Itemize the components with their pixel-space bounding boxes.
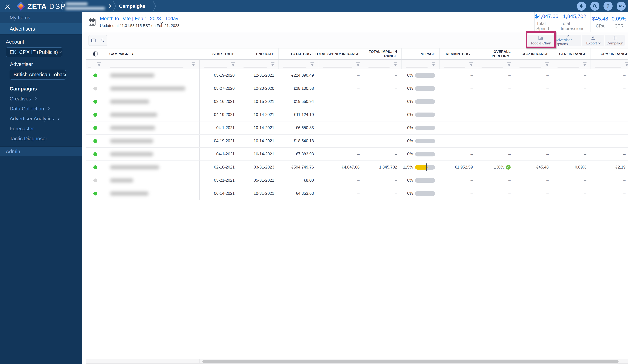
toggle-chart-button[interactable]: Toggle Chart — [528, 35, 554, 46]
horizontal-scrollbar-thumb[interactable] — [202, 360, 619, 363]
campaign-cell[interactable] — [105, 148, 200, 161]
remaining-budget-cell: – — [439, 69, 477, 82]
campaign-cell[interactable] — [105, 174, 200, 187]
campaign-cell[interactable] — [105, 187, 200, 200]
campaign-name-redacted — [110, 86, 185, 91]
zeta-logo-icon[interactable] — [16, 2, 25, 11]
filter-cell[interactable] — [239, 60, 278, 69]
date-range-link[interactable]: Month to Date | Feb 1, 2023 - Today — [100, 16, 178, 21]
export-button[interactable]: Export — [582, 35, 604, 46]
table-row[interactable]: 04-19-2021 10-14-2021 €18,540.18 – – 0% … — [86, 135, 628, 148]
column-header-pace[interactable]: % PACE — [401, 49, 439, 59]
end-date-cell: 10-14-2021 — [239, 108, 278, 121]
column-header-cpa[interactable]: CPA: IN RANGE — [515, 49, 553, 59]
campaign-cell[interactable] — [105, 69, 200, 82]
chevron-right-icon — [57, 117, 60, 120]
main-content: Month to Date | Feb 1, 2023 - Today Upda… — [82, 12, 628, 364]
campaign-cell[interactable] — [105, 95, 200, 108]
stat-total-spend: $4,047.66 Total Spend — [534, 12, 559, 32]
table-row[interactable]: 06-14-2021 10-31-2021 €4,353.63 – – 0% –… — [86, 187, 628, 200]
campaign-cell[interactable] — [105, 82, 200, 95]
sidebar-item-data-collection[interactable]: Data Collection — [0, 104, 82, 114]
column-header-status[interactable] — [86, 49, 105, 59]
table-row[interactable]: 04-1-2021 10-14-2021 €7,883.93 – – 0% – … — [86, 148, 628, 161]
column-header-total-imps[interactable]: TOTAL IMPS.: IN RANGE — [364, 49, 401, 59]
cpa-cell: – — [515, 187, 553, 200]
filter-cell[interactable] — [318, 60, 364, 69]
calendar-icon[interactable] — [88, 18, 96, 26]
filter-cell[interactable] — [364, 60, 401, 69]
end-date-cell: 10-31-2021 — [239, 187, 278, 200]
sidebar-item-creatives[interactable]: Creatives — [0, 94, 82, 104]
search-icon[interactable] — [590, 1, 599, 11]
campaign-cell[interactable] — [105, 161, 200, 174]
filter-cell[interactable] — [439, 60, 477, 69]
table-row[interactable]: 02-16-2021 10-15-2021 €19,550.94 – – 0% … — [86, 95, 628, 108]
brand-zeta: ZETA — [27, 2, 47, 10]
notifications-bell-icon[interactable] — [577, 1, 586, 11]
status-column-icon — [93, 51, 98, 57]
campaign-cell[interactable] — [105, 121, 200, 134]
column-header-ctr[interactable]: CTR: IN RANGE — [553, 49, 591, 59]
table-row[interactable]: 05-27-2020 12-20-2020 €28,100.58 – – 0% … — [86, 82, 628, 95]
campaign-cell[interactable] — [105, 135, 200, 147]
start-date-cell: 02-16-2021 — [200, 161, 239, 174]
sidebar-item-campaigns[interactable]: Campaigns — [0, 84, 82, 94]
chevron-right-icon[interactable] — [107, 4, 111, 8]
cpa-cell: – — [515, 95, 553, 108]
column-header-end-date[interactable]: END DATE — [239, 49, 278, 59]
add-campaign-button[interactable]: Campaign — [605, 35, 625, 46]
ctr-cell: 0.09% — [553, 161, 591, 174]
stat-cpa: $45.48 CPA — [590, 12, 610, 32]
close-icon[interactable] — [4, 3, 10, 9]
filter-cell[interactable] — [553, 60, 591, 69]
filter-cell[interactable] — [278, 60, 318, 69]
campaign-name-redacted — [110, 113, 157, 117]
ctr-cell: – — [553, 148, 591, 161]
sidebar-item-advertiser-analytics[interactable]: Advertiser Analytics — [0, 114, 82, 124]
table-row[interactable]: 04-1-2021 10-14-2021 €6,650.83 – – 0% – … — [86, 121, 628, 135]
help-icon[interactable]: ? — [604, 1, 613, 11]
column-header-remaining-budget[interactable]: REMAIN. BDGT. — [439, 49, 477, 59]
table-row[interactable]: 04-19-2021 10-14-2021 €11,124.10 – – 0% … — [86, 108, 628, 121]
column-header-campaign[interactable]: CAMPAIGN▲ — [105, 49, 200, 59]
cpa-cell: – — [515, 148, 553, 161]
sidebar-item-my-items[interactable]: My Items — [0, 12, 82, 23]
filter-icon — [469, 62, 473, 66]
avatar[interactable]: AS — [617, 1, 626, 11]
table-row[interactable]: 05-19-2020 12-31-2021 €224,390.49 – – 0%… — [86, 69, 628, 82]
column-header-cpm[interactable]: CPM: IN RANGE — [591, 49, 628, 59]
filter-cell[interactable] — [477, 60, 515, 69]
sidebar-item-forecaster[interactable]: Forecaster — [0, 124, 82, 134]
table-row[interactable]: 02-16-2021 03-31-2023 €594,749.76 €4,047… — [86, 161, 628, 174]
filter-cell[interactable] — [86, 60, 105, 69]
filter-cell[interactable] — [200, 60, 239, 69]
sidebar-item-admin[interactable]: Admin — [0, 146, 82, 156]
cpm-cell: – — [591, 148, 628, 161]
filter-cell[interactable] — [515, 60, 553, 69]
column-header-start-date[interactable]: START DATE — [200, 49, 239, 59]
status-dot — [93, 139, 97, 143]
column-header-total-budget[interactable]: TOTAL BDGT. — [278, 49, 318, 59]
campaign-name-redacted — [110, 165, 159, 169]
sidebar-item-advertisers[interactable]: Advertisers — [0, 23, 82, 34]
filter-cell[interactable] — [401, 60, 439, 69]
advertiser-select[interactable]: British American Tobacco B.. — [10, 70, 66, 80]
cpa-cell: – — [515, 135, 553, 147]
campaign-cell[interactable] — [105, 108, 200, 121]
column-header-overall-performance[interactable]: OVERALL PERFORM. — [477, 49, 515, 59]
sidebar-item-tactic-diagnoser[interactable]: Tactic Diagnoser — [0, 134, 82, 144]
overall-performance-cell: – ✓ — [477, 82, 515, 95]
columns-icon[interactable] — [89, 35, 98, 46]
column-header-total-spend[interactable]: TOTAL SPEND: IN RANGE — [318, 49, 364, 59]
table-row[interactable]: 05-21-2021 05-31-2021 €8.00 – – 0% – – ✓… — [86, 174, 628, 187]
total-impressions-cell: – — [364, 82, 401, 95]
filter-cell[interactable] — [591, 60, 628, 69]
advertiser-options-button[interactable]: Advertiser Options — [555, 35, 581, 46]
table-search-icon[interactable] — [98, 35, 107, 46]
account-select[interactable]: EK_CPX IT (Publicis) — [6, 47, 62, 57]
filter-icon — [393, 62, 397, 66]
end-date-cell: 10-14-2021 — [239, 135, 278, 147]
cpa-cell: – — [515, 108, 553, 121]
filter-cell[interactable] — [105, 60, 200, 69]
